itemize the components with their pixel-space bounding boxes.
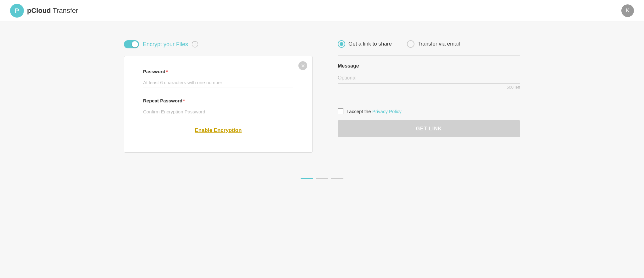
progress-dot-2 (316, 178, 328, 179)
encrypt-toggle[interactable] (124, 40, 139, 48)
progress-dot-1 (301, 178, 313, 179)
progress-dots (301, 178, 343, 179)
repeat-password-label: Repeat Password* (143, 98, 293, 103)
app-header: P pCloud Transfer K (0, 0, 644, 21)
progress-dot-3 (331, 178, 343, 179)
right-panel: Get a link to share Transfer via email M… (338, 40, 520, 153)
message-input[interactable] (338, 73, 520, 84)
close-icon[interactable]: ✕ (298, 61, 307, 70)
divider (338, 55, 520, 56)
radio-options-row: Get a link to share Transfer via email (338, 40, 520, 48)
password-label: Password* (143, 69, 293, 74)
message-label: Message (338, 63, 520, 69)
logo-area: P pCloud Transfer (10, 4, 78, 18)
radio-get-link-circle (338, 40, 345, 48)
main-content: Encrypt your Files i ✕ Password* Repeat … (102, 21, 542, 172)
privacy-checkbox[interactable] (338, 108, 343, 114)
user-avatar[interactable]: K (621, 4, 634, 17)
repeat-password-input[interactable] (143, 106, 293, 117)
pcloud-logo-icon: P (10, 4, 24, 18)
radio-email-circle (407, 40, 414, 48)
privacy-policy-link[interactable]: Privacy Policy (372, 109, 402, 114)
left-panel: Encrypt your Files i ✕ Password* Repeat … (124, 40, 313, 153)
encryption-card: ✕ Password* Repeat Password* Enable Encr… (124, 56, 313, 153)
encrypt-label: Encrypt your Files (143, 41, 188, 48)
radio-get-link-label: Get a link to share (348, 41, 392, 47)
enable-encryption-button[interactable]: Enable Encryption (143, 127, 293, 134)
char-count: 500 left (338, 85, 520, 90)
repeat-password-field-group: Repeat Password* (143, 98, 293, 117)
progress-indicator (0, 172, 644, 195)
radio-email[interactable]: Transfer via email (407, 40, 460, 48)
svg-text:P: P (15, 7, 19, 14)
radio-email-label: Transfer via email (418, 41, 460, 47)
get-link-button[interactable]: GET LINK (338, 120, 520, 137)
logo-text: pCloud Transfer (27, 7, 78, 15)
encrypt-toggle-row: Encrypt your Files i (124, 40, 313, 48)
info-icon[interactable]: i (192, 41, 198, 47)
privacy-text: I accept the Privacy Policy (347, 109, 402, 114)
password-input[interactable] (143, 77, 293, 88)
radio-get-link[interactable]: Get a link to share (338, 40, 392, 48)
password-field-group: Password* (143, 69, 293, 88)
privacy-row: I accept the Privacy Policy (338, 108, 520, 114)
